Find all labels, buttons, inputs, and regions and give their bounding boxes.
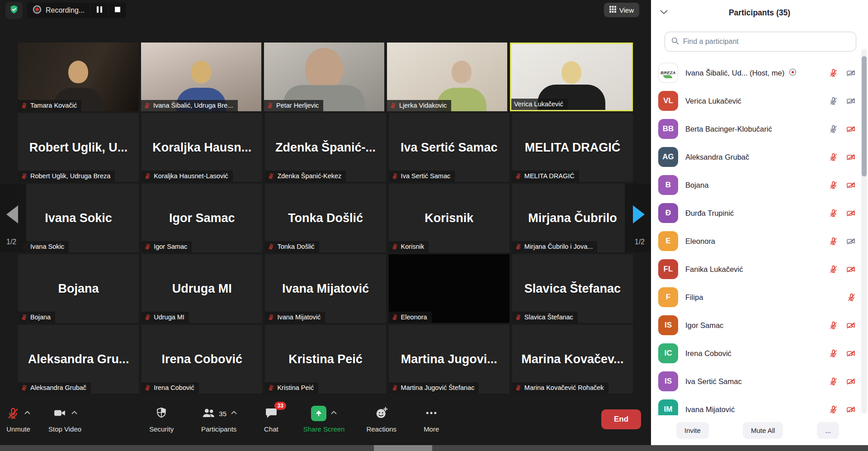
share-screen-button[interactable]: Share Screen (303, 405, 345, 433)
participants-scrollbar[interactable] (861, 49, 867, 413)
participant-row[interactable]: BREZA Ivana Šibalić, Ud... (Host, me) (651, 59, 861, 87)
end-meeting-button[interactable]: End (601, 409, 641, 429)
video-tile[interactable]: Udruga MI Udruga MI (142, 254, 262, 323)
participant-camera-icon[interactable] (845, 405, 856, 414)
tile-nameplate: Ljerka Vidakovic (387, 100, 451, 111)
participant-camera-icon[interactable] (845, 180, 856, 190)
video-tile[interactable]: Martina Jugovi... Martina Jugović Štefan… (389, 325, 509, 394)
video-tile[interactable]: Robert Uglik, U... Robert Uglik, Udruga … (18, 113, 139, 182)
video-tile[interactable]: Irena Cobović Irena Cobović (142, 325, 262, 394)
video-tile[interactable]: Korisnik Korisnik (389, 184, 509, 252)
video-tile[interactable]: Ljerka Vidakovic (387, 43, 507, 111)
video-tile[interactable]: Tonka Došlić Tonka Došlić (265, 184, 386, 252)
invite-button[interactable]: Invite (676, 422, 709, 439)
video-tile[interactable]: MELITA DRAGIĆ MELITA DRAGIĆ (512, 113, 633, 182)
video-tile[interactable]: Mirjana Čubrilo Mirjana Čubrilo i Jova..… (512, 184, 633, 252)
participants-button[interactable]: 35 Participants (201, 405, 237, 433)
panel-collapse-chevron-icon[interactable] (660, 8, 668, 16)
participant-mic-icon[interactable] (829, 237, 838, 246)
participant-mic-icon[interactable] (829, 265, 838, 274)
video-tile[interactable]: Tamara Kovačić (18, 43, 138, 111)
unmute-options-chevron[interactable] (24, 408, 30, 416)
participants-options-chevron[interactable] (231, 408, 237, 416)
participant-camera-icon[interactable] (845, 265, 856, 274)
participant-row[interactable]: IC Irena Cobović (651, 339, 861, 367)
chat-button[interactable]: 33 Chat (264, 405, 278, 433)
unmute-button[interactable]: Unmute (6, 405, 30, 433)
video-tile[interactable]: Petar Herljevic (264, 43, 384, 111)
participant-camera-icon[interactable] (845, 321, 856, 330)
view-button[interactable]: View (604, 3, 639, 17)
participant-mic-icon[interactable] (829, 321, 838, 330)
security-button[interactable]: Security (149, 405, 174, 433)
participant-camera-icon[interactable] (845, 124, 856, 134)
muted-mic-icon (515, 243, 522, 250)
muted-mic-icon (515, 385, 522, 391)
tile-nameplate: Koraljka Hausnet-Lasović (142, 171, 232, 182)
video-tile[interactable]: Marina Kovačev... Marina Kovačević Rohač… (512, 325, 633, 394)
gallery-prev-page-button[interactable]: 1/2 (0, 184, 26, 252)
video-tile[interactable]: Kristina Peić Kristina Peić (265, 325, 386, 394)
mute-all-button[interactable]: Mute All (743, 422, 783, 439)
participant-row[interactable]: AG Aleksandra Grubač (651, 143, 861, 171)
video-tile[interactable]: Slavica Štefanac Slavica Štefanac (512, 254, 633, 323)
video-tile[interactable]: Aleksandra Gru... Aleksandra Grubač (18, 325, 139, 394)
participant-camera-icon[interactable] (845, 152, 856, 162)
stop-video-button[interactable]: Stop Video (48, 405, 81, 433)
participant-mic-icon[interactable] (829, 209, 838, 218)
participant-row[interactable]: Đ Đurđa Trupinić (651, 199, 861, 227)
participant-row[interactable]: IM Ivana Mijatović (651, 395, 861, 415)
video-tile[interactable]: Koraljka Hausn... Koraljka Hausnet-Lasov… (142, 113, 262, 182)
video-tile[interactable]: Bojana Bojana (18, 254, 139, 323)
participant-camera-icon[interactable] (845, 377, 856, 386)
pause-recording-button[interactable] (91, 3, 108, 18)
participant-mic-icon[interactable] (847, 293, 856, 302)
participants-scrollbar-thumb[interactable] (862, 56, 867, 176)
participant-mic-icon[interactable] (829, 152, 838, 162)
gallery-next-page-button[interactable]: 1/2 (625, 184, 651, 252)
participant-mic-icon[interactable] (829, 180, 838, 190)
tile-name-label: Aleksandra Grubač (30, 384, 86, 391)
participant-mic-icon[interactable] (829, 68, 838, 78)
participant-mic-icon[interactable] (829, 124, 838, 134)
video-tile[interactable]: Verica Lukačević (510, 43, 633, 111)
video-tile[interactable]: Ivana Šibalić, Udruga Bre... (141, 43, 261, 111)
bottom-scrollbar-track[interactable] (0, 445, 868, 451)
participant-row[interactable]: E Eleonora (651, 227, 861, 255)
participant-camera-icon[interactable] (845, 209, 856, 218)
participant-search-box[interactable] (665, 32, 856, 52)
video-tile[interactable]: Igor Samac Igor Samac (142, 184, 262, 252)
participant-camera-icon[interactable] (845, 237, 856, 246)
participant-row[interactable]: IS Iva Sertić Samac (651, 367, 861, 395)
participant-camera-icon[interactable] (845, 68, 856, 78)
participant-row[interactable]: IS Igor Samac (651, 311, 861, 339)
reactions-button[interactable]: Reactions (366, 405, 396, 433)
participant-row[interactable]: VL Verica Lukačević (651, 87, 861, 115)
participant-row[interactable]: FL Fanika Lukačević (651, 255, 861, 283)
search-icon (671, 37, 679, 47)
video-tile[interactable]: Ivana Mijatović Ivana Mijatović (265, 254, 386, 323)
participant-mic-icon[interactable] (829, 96, 838, 106)
participant-mic-icon[interactable] (829, 349, 838, 358)
participant-mic-icon[interactable] (829, 405, 838, 414)
more-button[interactable]: More (424, 405, 439, 433)
video-tile[interactable]: Eleonora (389, 254, 509, 323)
video-tile[interactable]: Zdenka Španić-... Zdenka Španić-Kekez (265, 113, 386, 182)
meeting-info-shield-button[interactable] (5, 2, 23, 19)
participant-camera-icon[interactable] (845, 349, 856, 358)
participant-row[interactable]: BB Berta Bacinger-Klobučarić (651, 115, 861, 143)
video-tile[interactable]: Iva Sertić Samac Iva Sertić Samac (389, 113, 509, 182)
share-options-chevron[interactable] (331, 408, 337, 416)
stop-recording-button[interactable] (109, 3, 126, 18)
video-options-chevron[interactable] (71, 408, 77, 416)
panel-more-options-button[interactable]: ... (817, 422, 839, 439)
participant-row[interactable]: B Bojana (651, 171, 861, 199)
video-tile[interactable]: Ivana Sokic Ivana Sokic (18, 184, 139, 252)
participant-camera-icon[interactable] (845, 96, 856, 106)
bottom-scrollbar-thumb[interactable] (374, 445, 432, 451)
tile-name-label: Marina Kovačević Rohaček (524, 384, 604, 391)
person-silhouette (68, 61, 88, 83)
participant-mic-icon[interactable] (829, 377, 838, 386)
search-input[interactable] (683, 38, 849, 46)
participant-row[interactable]: F Filipa (651, 283, 861, 311)
